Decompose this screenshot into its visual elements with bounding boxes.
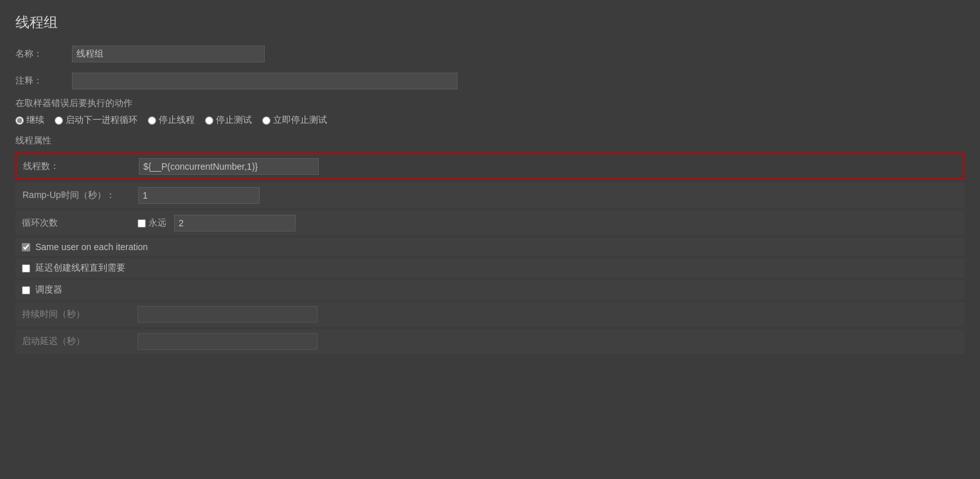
- duration-input[interactable]: [138, 306, 317, 323]
- radio-stop-test-now[interactable]: 立即停止测试: [262, 114, 327, 126]
- forever-check-group: 永远: [138, 217, 166, 229]
- radio-stop-thread[interactable]: 停止线程: [148, 114, 195, 126]
- radio-start-next-label: 启动下一进程循环: [66, 114, 138, 126]
- page-title: 线程组: [15, 13, 965, 32]
- radio-stop-test-now-label: 立即停止测试: [273, 114, 327, 126]
- same-user-label: Same user on each iteration: [35, 242, 148, 252]
- scheduler-label: 调度器: [35, 284, 62, 296]
- same-user-row: Same user on each iteration: [15, 238, 965, 256]
- duration-label: 持续时间（秒）: [22, 309, 138, 320]
- thread-count-label: 线程数：: [23, 161, 139, 172]
- loop-count-row: 循环次数 永远: [15, 211, 965, 235]
- main-container: 线程组 名称： 注释： 在取样器错误后要执行的动作 继续 启动下一进程循环 停止…: [0, 0, 980, 369]
- loop-count-label: 循环次数: [22, 217, 138, 229]
- name-input[interactable]: [72, 46, 265, 62]
- ramp-up-input[interactable]: [138, 187, 260, 204]
- start-delay-input[interactable]: [138, 333, 317, 350]
- ramp-up-label: Ramp-Up时间（秒）：: [22, 190, 138, 201]
- radio-stop-test-label: 停止测试: [216, 114, 252, 126]
- name-row: 名称：: [15, 44, 965, 64]
- radio-continue-label: 继续: [26, 114, 44, 126]
- delay-create-checkbox[interactable]: [22, 264, 30, 273]
- forever-label: 永远: [148, 217, 166, 229]
- duration-row: 持续时间（秒）: [15, 302, 965, 327]
- loop-count-input[interactable]: [174, 215, 296, 231]
- error-action-radio-group: 继续 启动下一进程循环 停止线程 停止测试 立即停止测试: [15, 114, 965, 126]
- name-label: 名称：: [15, 48, 67, 60]
- comment-label: 注释：: [15, 75, 67, 87]
- start-delay-row: 启动延迟（秒）: [15, 329, 965, 354]
- ramp-up-row: Ramp-Up时间（秒）：: [15, 183, 965, 208]
- error-action-label: 在取样器错误后要执行的动作: [15, 98, 965, 109]
- thread-properties-label: 线程属性: [15, 135, 965, 147]
- radio-stop-thread-label: 停止线程: [159, 114, 195, 126]
- thread-count-row: 线程数：: [15, 153, 965, 180]
- forever-checkbox[interactable]: [138, 219, 146, 228]
- comment-input[interactable]: [72, 73, 458, 89]
- scheduler-checkbox[interactable]: [22, 286, 30, 294]
- thread-count-input[interactable]: [139, 158, 319, 175]
- comment-row: 注释：: [15, 71, 965, 91]
- delay-create-row: 延迟创建线程直到需要: [15, 258, 965, 278]
- start-delay-label: 启动延迟（秒）: [22, 336, 138, 347]
- radio-continue[interactable]: 继续: [15, 114, 44, 126]
- same-user-checkbox[interactable]: [22, 243, 30, 251]
- radio-stop-test[interactable]: 停止测试: [205, 114, 252, 126]
- scheduler-row: 调度器: [15, 280, 965, 300]
- delay-create-label: 延迟创建线程直到需要: [35, 262, 125, 274]
- radio-start-next[interactable]: 启动下一进程循环: [55, 114, 138, 126]
